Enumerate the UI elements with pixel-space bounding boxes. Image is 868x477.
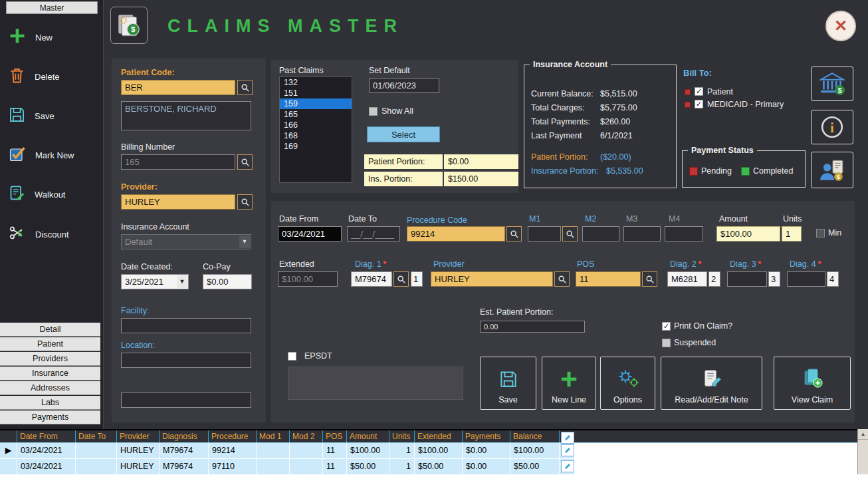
new-line-button[interactable]: New Line [542, 357, 596, 410]
patient-portion-value[interactable]: $0.00 [444, 154, 518, 169]
column-header[interactable]: Units [389, 430, 415, 442]
sidebar-tab-patient[interactable]: Patient [0, 337, 100, 351]
patient-code-search-button[interactable] [237, 80, 253, 95]
select-button[interactable]: Select [367, 126, 440, 142]
list-item[interactable]: 169 [280, 141, 352, 152]
billing-number-search-button[interactable] [237, 154, 253, 170]
cell[interactable]: $50.00 [415, 459, 463, 474]
save-line-button[interactable]: Save [480, 357, 536, 410]
pos-input[interactable]: 11 [576, 271, 641, 287]
diag2-input[interactable]: M6281 [667, 271, 707, 287]
epsdt-checkbox[interactable] [288, 352, 296, 361]
diag1-search-button[interactable] [393, 271, 409, 287]
cell[interactable]: $100.00 [415, 443, 463, 458]
cell[interactable]: $0.00 [463, 443, 510, 458]
list-item[interactable]: 166 [280, 120, 352, 130]
line-provider-input[interactable]: HURLEY [431, 271, 553, 287]
provider-input[interactable]: HURLEY [121, 194, 235, 210]
cell[interactable]: 03/24/2021 [17, 443, 76, 458]
procedure-code-input[interactable]: 99214 [407, 226, 505, 241]
bill-to-medicaid-checkbox[interactable]: ✓ [695, 100, 703, 108]
edit-row-button[interactable] [561, 460, 574, 472]
edit-row-button[interactable] [561, 444, 574, 456]
scroll-up-arrow[interactable]: ▲ [858, 429, 868, 440]
sidebar-tab-addresses[interactable]: Addresses [0, 381, 100, 395]
billing-number-input[interactable]: 165 [121, 154, 235, 170]
diag4-input[interactable] [787, 271, 825, 287]
save-sidebar-button[interactable]: Save [8, 100, 101, 131]
sidebar-tab-providers[interactable]: Providers [0, 352, 100, 366]
diag3-input[interactable] [727, 271, 767, 287]
show-all-checkbox[interactable] [369, 107, 378, 116]
cell[interactable]: $0.00 [463, 459, 510, 474]
date-created-input[interactable]: 3/25/2021 ▼ [121, 274, 189, 289]
print-on-claim-checkbox[interactable]: ✓ [662, 322, 671, 331]
delete-button[interactable]: Delete [8, 61, 101, 92]
sidebar-tab-labs[interactable]: Labs [0, 396, 100, 410]
column-header[interactable]: Amount [347, 430, 389, 442]
cell[interactable]: M79674 [160, 443, 209, 458]
cell[interactable]: 03/24/2021 [17, 459, 76, 474]
procedure-code-search-button[interactable] [506, 226, 522, 241]
cell[interactable]: $50.00 [510, 459, 560, 474]
column-header[interactable]: Diagnosis [160, 430, 209, 442]
cell[interactable]: $50.00 [347, 459, 389, 474]
list-item[interactable]: 165 [280, 109, 352, 120]
epsdt-notes-textarea[interactable] [288, 367, 463, 400]
bill-to-patient-checkbox[interactable]: ✓ [695, 87, 703, 96]
list-item[interactable]: 132 [280, 77, 352, 88]
column-header[interactable]: Procedure [209, 430, 257, 442]
cell[interactable]: 97110 [209, 459, 257, 474]
cell[interactable]: $100.00 [347, 443, 389, 458]
column-header[interactable]: Date From [17, 430, 76, 442]
new-button[interactable]: New [8, 22, 101, 53]
diag1-input[interactable]: M79674 [351, 271, 392, 287]
mark-new-button[interactable]: Mark New [8, 140, 101, 170]
sidebar-tab-insurance[interactable]: Insurance [0, 367, 100, 381]
cell[interactable]: 11 [323, 459, 347, 474]
min-checkbox[interactable] [816, 229, 825, 238]
column-header[interactable]: Provider [117, 430, 160, 442]
patient-code-input[interactable]: BER [121, 80, 235, 95]
cell[interactable]: M79674 [160, 459, 209, 474]
view-claim-button[interactable]: View Claim [774, 357, 851, 410]
cell[interactable] [290, 459, 323, 474]
cell[interactable]: 1 [389, 443, 415, 458]
insurance-account-select[interactable]: Default ▼ [121, 234, 251, 249]
units-input[interactable]: 1 [782, 226, 802, 241]
facility-input[interactable] [121, 318, 251, 333]
cell[interactable]: HURLEY [117, 459, 160, 474]
walkout-button[interactable]: Walkout [8, 179, 101, 210]
ins-portion-value[interactable]: $150.00 [444, 172, 518, 186]
pos-search-button[interactable] [642, 271, 657, 287]
column-header[interactable]: Mod 2 [290, 430, 323, 442]
est-patient-portion-input[interactable]: 0.00 [480, 321, 585, 333]
location-input[interactable] [121, 353, 251, 368]
table-scrollbar[interactable]: ▲ [857, 429, 868, 474]
set-default-input[interactable]: 01/06/2023 [369, 78, 439, 93]
cell[interactable]: $100.00 [510, 443, 560, 458]
sidebar-tab-payments[interactable]: Payments [0, 410, 100, 424]
cell[interactable]: 1 [389, 459, 415, 474]
cell[interactable] [76, 443, 117, 458]
line-provider-search-button[interactable] [554, 271, 570, 287]
cell[interactable]: 99214 [209, 443, 257, 458]
column-header[interactable]: Balance [510, 430, 560, 442]
list-item-selected[interactable]: 159 [280, 98, 352, 109]
date-to-input[interactable]: __/__/____ [347, 226, 400, 241]
amount-input[interactable]: $100.00 [716, 226, 780, 241]
row-selector[interactable] [0, 459, 17, 474]
m3-input[interactable] [623, 226, 661, 241]
column-header[interactable]: Date To [76, 430, 117, 442]
note-button[interactable]: Read/Add/Edit Note [661, 357, 762, 410]
column-header[interactable]: Mod 1 [257, 430, 290, 442]
cell[interactable] [76, 459, 117, 474]
m2-input[interactable] [582, 226, 619, 241]
cell[interactable]: HURLEY [117, 443, 160, 458]
cell[interactable] [290, 443, 323, 458]
suspended-checkbox[interactable] [662, 339, 671, 347]
patient-account-button[interactable]: $ [811, 152, 853, 188]
column-header[interactable]: Payments [463, 430, 510, 442]
options-button[interactable]: Options [600, 357, 655, 410]
close-button[interactable]: ✕ [825, 11, 856, 41]
